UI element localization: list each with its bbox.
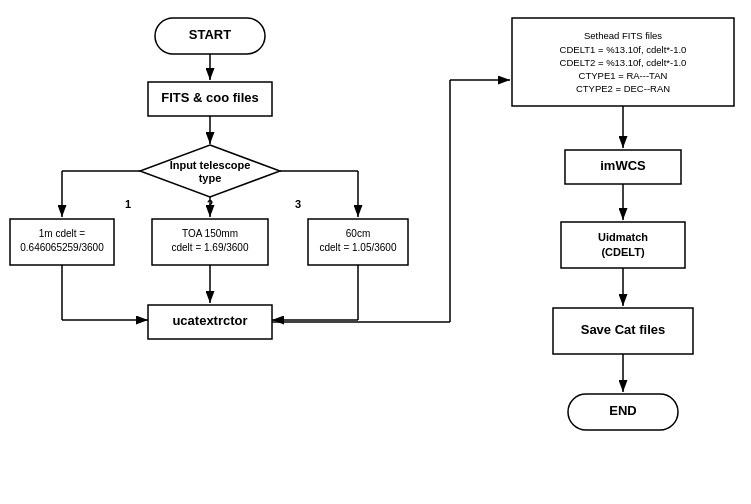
ucatextrctor-label: ucatextrctor: [172, 313, 247, 328]
sethead-line4: CTYPE1 = RA---TAN: [579, 70, 668, 81]
input-telescope-label2: type: [199, 172, 222, 184]
fits-coo-node-label: FITS & coo files: [161, 90, 259, 105]
sethead-line2: CDELT1 = %13.10f, cdelt*-1.0: [560, 44, 687, 55]
flowchart-diagram: START FITS & coo files Input telescope t…: [0, 0, 751, 504]
start-node-label: START: [189, 27, 231, 42]
node-60cm-line1: 60cm: [346, 228, 370, 239]
branch3-label: 3: [295, 198, 301, 210]
branch1-label: 1: [125, 198, 131, 210]
node-1m-line1: 1m cdelt =: [39, 228, 86, 239]
uidmatch-line1: Uidmatch: [598, 231, 648, 243]
input-telescope-label: Input telescope: [170, 159, 251, 171]
sethead-line3: CDELT2 = %13.10f, cdelt*-1.0: [560, 57, 687, 68]
node-toa-line1: TOA 150mm: [182, 228, 238, 239]
node-1m-line2: 0.646065259/3600: [20, 242, 104, 253]
imwcs-label: imWCS: [600, 158, 646, 173]
node-toa-line2: cdelt = 1.69/3600: [171, 242, 248, 253]
save-cat-label: Save Cat files: [581, 322, 666, 337]
end-node-label: END: [609, 403, 636, 418]
sethead-line1: Sethead FITS files: [584, 30, 662, 41]
node-60cm-line2: cdelt = 1.05/3600: [319, 242, 396, 253]
sethead-line5: CTYPE2 = DEC--RAN: [576, 83, 670, 94]
uidmatch-line2: (CDELT): [601, 246, 645, 258]
